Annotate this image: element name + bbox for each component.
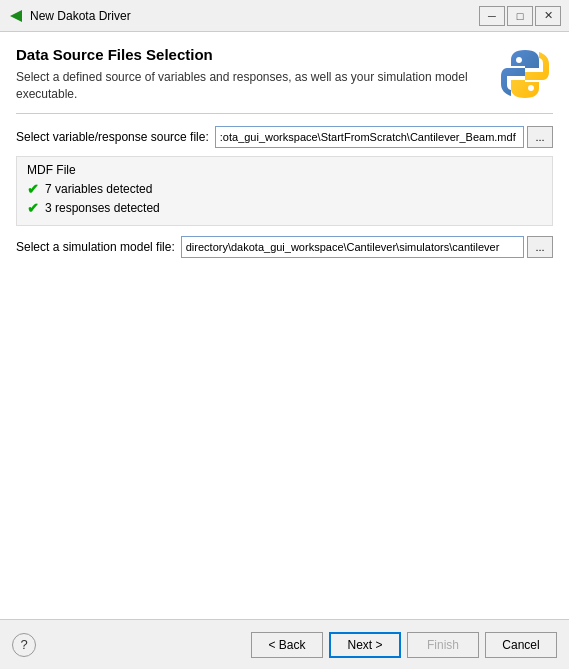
mdf-info-box: MDF File ✔ 7 variables detected ✔ 3 resp… xyxy=(16,156,553,226)
simulation-model-label: Select a simulation model file: xyxy=(16,240,175,254)
responses-check-icon: ✔ xyxy=(27,200,39,216)
svg-marker-0 xyxy=(10,10,22,22)
back-button[interactable]: < Back xyxy=(251,632,323,658)
app-icon xyxy=(8,8,24,24)
responses-detected-row: ✔ 3 responses detected xyxy=(27,200,542,216)
responses-detected-label: 3 responses detected xyxy=(45,201,160,215)
help-button[interactable]: ? xyxy=(12,633,36,657)
footer-right: < Back Next > Finish Cancel xyxy=(251,632,557,658)
header-section: Data Source Files Selection Select a def… xyxy=(16,46,553,103)
minimize-button[interactable]: ─ xyxy=(479,6,505,26)
header-text: Data Source Files Selection Select a def… xyxy=(16,46,487,103)
variable-source-row: Select variable/response source file: ..… xyxy=(16,126,553,148)
simulation-model-row: Select a simulation model file: ... xyxy=(16,236,553,258)
close-button[interactable]: ✕ xyxy=(535,6,561,26)
window-controls: ─ □ ✕ xyxy=(479,6,561,26)
variable-source-input[interactable] xyxy=(215,126,524,148)
footer: ? < Back Next > Finish Cancel xyxy=(0,619,569,669)
title-bar: New Dakota Driver ─ □ ✕ xyxy=(0,0,569,32)
content-spacer xyxy=(16,266,553,609)
variable-source-label: Select variable/response source file: xyxy=(16,130,209,144)
python-logo xyxy=(497,46,553,102)
variable-source-browse-button[interactable]: ... xyxy=(527,126,553,148)
simulation-model-browse-button[interactable]: ... xyxy=(527,236,553,258)
mdf-type-label: MDF File xyxy=(27,163,542,177)
variables-detected-row: ✔ 7 variables detected xyxy=(27,181,542,197)
next-button[interactable]: Next > xyxy=(329,632,401,658)
variables-check-icon: ✔ xyxy=(27,181,39,197)
footer-left: ? xyxy=(12,633,251,657)
page-description: Select a defined source of variables and… xyxy=(16,69,487,103)
cancel-button[interactable]: Cancel xyxy=(485,632,557,658)
variables-detected-label: 7 variables detected xyxy=(45,182,152,196)
restore-button[interactable]: □ xyxy=(507,6,533,26)
simulation-model-input[interactable] xyxy=(181,236,524,258)
main-content: Data Source Files Selection Select a def… xyxy=(0,32,569,619)
finish-button[interactable]: Finish xyxy=(407,632,479,658)
page-title: Data Source Files Selection xyxy=(16,46,487,63)
header-divider xyxy=(16,113,553,114)
window-title: New Dakota Driver xyxy=(30,9,479,23)
